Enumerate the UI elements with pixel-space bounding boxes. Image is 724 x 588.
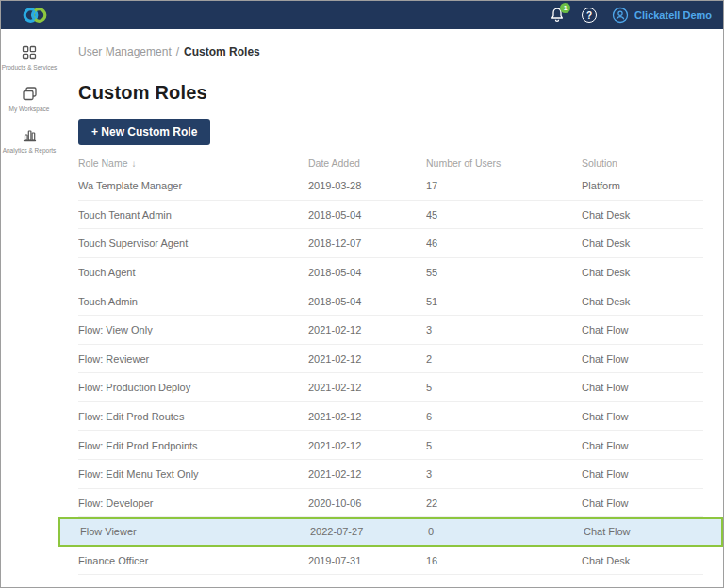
main-content: User Management/Custom Roles Custom Role… bbox=[58, 29, 723, 588]
notifications-button[interactable]: 1 bbox=[548, 6, 567, 24]
number-of-users-cell: 3 bbox=[426, 468, 582, 480]
role-name-cell: Flow: Edit Prod Endpoints bbox=[78, 440, 308, 451]
table-row[interactable]: Flow: Edit Menu Text Only 2021-02-12 3 C… bbox=[58, 460, 723, 489]
app-window: 1 ? Clickatell Demo bbox=[0, 0, 724, 588]
solution-cell: Chat Flow bbox=[584, 526, 701, 537]
solution-cell: Chat Flow bbox=[582, 353, 703, 365]
role-name-cell: Wa Template Manager bbox=[78, 180, 308, 191]
number-of-users-cell: 2 bbox=[426, 353, 582, 365]
column-header-solution[interactable]: Solution bbox=[582, 157, 703, 169]
table-row[interactable]: Wa Template Manager 2019-03-28 17 Platfo… bbox=[58, 172, 723, 201]
date-added-cell: 2018-05-04 bbox=[308, 296, 426, 307]
role-name-cell: Touch Admin bbox=[78, 296, 308, 307]
number-of-users-cell: 0 bbox=[428, 526, 584, 537]
role-name-cell: Flow: Developer bbox=[78, 498, 308, 509]
column-header-number-of-users[interactable]: Number of Users bbox=[426, 157, 582, 169]
table-row[interactable]: Flow Viewer 2022-07-27 0 Chat Flow bbox=[58, 517, 723, 547]
table-header-row: Role Name ↓ Date Added Number of Users S… bbox=[58, 155, 723, 172]
user-menu[interactable]: Clickatell Demo bbox=[612, 7, 712, 24]
table-row[interactable]: Flow: Production Deploy 2021-02-12 5 Cha… bbox=[58, 373, 723, 402]
table-row[interactable]: Touch Supervisor Agent 2018-12-07 46 Cha… bbox=[58, 229, 723, 258]
solution-cell: Chat Flow bbox=[582, 468, 703, 480]
column-header-role-name[interactable]: Role Name ↓ bbox=[78, 157, 308, 169]
sidebar-item-my-workspace[interactable]: My Workspace bbox=[1, 85, 58, 112]
analytics-icon bbox=[21, 126, 39, 144]
table-row[interactable]: Finance Officer 2019-07-31 16 Chat Desk bbox=[58, 547, 723, 576]
number-of-users-cell: 46 bbox=[426, 237, 582, 249]
page-title: Custom Roles bbox=[78, 82, 723, 104]
date-added-cell: 2021-02-12 bbox=[308, 353, 426, 365]
date-added-cell: 2019-07-31 bbox=[308, 555, 426, 566]
date-added-cell: 2021-02-12 bbox=[308, 411, 426, 422]
role-name-cell: Flow: Reviewer bbox=[78, 353, 308, 365]
table-row[interactable]: Flow: Reviewer 2021-02-12 2 Chat Flow bbox=[58, 345, 723, 374]
top-bar: 1 ? Clickatell Demo bbox=[1, 1, 723, 29]
solution-cell: Chat Desk bbox=[582, 296, 703, 307]
clickatell-logo-icon[interactable] bbox=[22, 5, 48, 25]
sidebar-item-products-services[interactable]: Products & Services bbox=[1, 44, 58, 71]
solution-cell: Chat Flow bbox=[582, 411, 703, 422]
role-name-cell: Flow: Production Deploy bbox=[78, 382, 308, 393]
number-of-users-cell: 55 bbox=[426, 267, 582, 278]
help-button[interactable]: ? bbox=[582, 8, 597, 23]
role-name-cell: Touch Tenant Admin bbox=[78, 209, 308, 220]
table-row[interactable]: Flow: Edit Prod Routes 2021-02-12 6 Chat… bbox=[58, 402, 723, 432]
solution-cell: Platform bbox=[582, 180, 703, 191]
user-avatar-icon bbox=[612, 7, 629, 24]
date-added-cell: 2020-10-06 bbox=[308, 498, 426, 509]
notification-badge: 1 bbox=[560, 3, 570, 13]
solution-cell: Chat Desk bbox=[582, 209, 703, 220]
solution-cell: Chat Flow bbox=[582, 382, 703, 393]
sidebar-item-analytics-reports[interactable]: Analytics & Reports bbox=[1, 126, 58, 154]
number-of-users-cell: 22 bbox=[426, 498, 582, 509]
column-header-date-added[interactable]: Date Added bbox=[308, 157, 426, 169]
topbar-actions: 1 ? Clickatell Demo bbox=[548, 6, 712, 24]
table-row[interactable]: Flow: Edit Prod Endpoints 2021-02-12 5 C… bbox=[58, 431, 723, 460]
breadcrumb: User Management/Custom Roles bbox=[58, 29, 723, 58]
sidebar-item-label: My Workspace bbox=[9, 106, 50, 112]
solution-cell: Chat Flow bbox=[582, 440, 703, 451]
table-row[interactable]: Touch Tenant Admin 2018-05-04 45 Chat De… bbox=[58, 201, 723, 230]
help-icon: ? bbox=[586, 10, 592, 21]
table-row[interactable]: Touch Agent 2018-05-04 55 Chat Desk bbox=[58, 258, 723, 287]
table-body: Wa Template Manager 2019-03-28 17 Platfo… bbox=[58, 172, 723, 575]
role-name-cell: Flow: Edit Prod Routes bbox=[78, 411, 308, 422]
number-of-users-cell: 5 bbox=[426, 440, 582, 451]
date-added-cell: 2021-02-12 bbox=[308, 324, 426, 335]
table-row[interactable]: Flow: Developer 2020-10-06 22 Chat Flow bbox=[58, 489, 723, 518]
date-added-cell: 2021-02-12 bbox=[308, 440, 426, 451]
user-name-label: Clickatell Demo bbox=[634, 9, 712, 21]
sort-descending-icon[interactable]: ↓ bbox=[132, 158, 137, 169]
date-added-cell: 2019-03-28 bbox=[308, 180, 426, 191]
role-name-cell: Flow: View Only bbox=[78, 324, 308, 335]
date-added-cell: 2021-02-12 bbox=[308, 382, 426, 393]
number-of-users-cell: 17 bbox=[426, 180, 582, 191]
date-added-cell: 2018-05-04 bbox=[308, 267, 426, 278]
role-name-cell: Touch Agent bbox=[78, 267, 308, 278]
custom-roles-table: Role Name ↓ Date Added Number of Users S… bbox=[58, 155, 723, 575]
number-of-users-cell: 51 bbox=[426, 296, 582, 307]
number-of-users-cell: 16 bbox=[426, 555, 582, 566]
sidebar-item-label: Products & Services bbox=[2, 64, 58, 71]
breadcrumb-parent-link[interactable]: User Management bbox=[78, 45, 172, 58]
role-name-cell: Touch Supervisor Agent bbox=[78, 237, 308, 249]
grid-icon bbox=[21, 44, 38, 61]
table-row[interactable]: Touch Admin 2018-05-04 51 Chat Desk bbox=[58, 286, 723, 316]
date-added-cell: 2022-07-27 bbox=[310, 526, 428, 537]
sidebar: Products & Services My Workspace Analyti… bbox=[1, 29, 58, 588]
table-row[interactable]: Flow: View Only 2021-02-12 3 Chat Flow bbox=[58, 316, 723, 345]
role-name-cell: Flow: Edit Menu Text Only bbox=[78, 468, 308, 480]
breadcrumb-separator: / bbox=[176, 45, 179, 58]
number-of-users-cell: 6 bbox=[426, 411, 582, 422]
sidebar-item-label: Analytics & Reports bbox=[3, 147, 57, 154]
number-of-users-cell: 3 bbox=[426, 324, 582, 335]
solution-cell: Chat Flow bbox=[582, 324, 703, 335]
date-added-cell: 2021-02-12 bbox=[308, 468, 426, 480]
number-of-users-cell: 5 bbox=[426, 382, 582, 393]
solution-cell: Chat Desk bbox=[582, 267, 703, 278]
solution-cell: Chat Desk bbox=[582, 237, 703, 249]
number-of-users-cell: 45 bbox=[426, 209, 582, 220]
date-added-cell: 2018-12-07 bbox=[308, 237, 426, 249]
role-name-cell: Flow Viewer bbox=[80, 526, 310, 537]
new-custom-role-button[interactable]: + New Custom Role bbox=[78, 119, 210, 145]
